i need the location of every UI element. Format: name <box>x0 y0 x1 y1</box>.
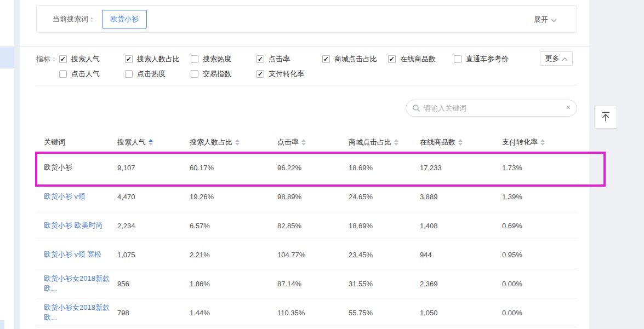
back-to-top-button[interactable] <box>594 106 617 129</box>
checkbox-icon[interactable]: ✓ <box>59 55 67 63</box>
checkbox-icon[interactable]: ✓ <box>257 55 264 63</box>
more-button[interactable]: 更多 <box>540 51 573 66</box>
keyword-search: × <box>406 100 577 117</box>
value-cell: 18.69% <box>341 222 412 230</box>
metric-checkbox-label: 在线商品数 <box>400 54 436 64</box>
keyword-cell[interactable]: 欧货小衫女2018新款欧... <box>36 274 110 293</box>
table-row: 欧货小衫 v领4,47019.26%98.89%24.65%3,8891.39% <box>36 182 577 211</box>
checkbox-icon[interactable] <box>191 70 198 78</box>
sort-icon[interactable] <box>540 139 545 146</box>
value-cell: 87.14% <box>270 280 341 288</box>
value-cell: 24.65% <box>341 193 412 201</box>
metric-checkbox-item[interactable]: ✓搜索人气 <box>59 54 125 64</box>
sort-icon[interactable] <box>458 139 463 146</box>
value-cell: 23.45% <box>341 251 412 259</box>
more-label: 更多 <box>545 54 560 64</box>
metric-checkbox-item[interactable]: ✓支付转化率 <box>257 69 322 79</box>
value-cell: 2,369 <box>412 280 494 288</box>
metric-checkbox-item[interactable]: 搜索热度 <box>191 54 257 64</box>
metric-checkbox-item[interactable]: 直通车参考价 <box>454 54 520 64</box>
table-row: 欧货小衫女2018新款欧...7981.44%110.35%55.75%1,05… <box>36 298 577 327</box>
value-cell: 19.26% <box>182 193 270 201</box>
expand-label: 展开 <box>534 15 548 25</box>
table-header-cell[interactable]: 搜索人数占比 <box>182 137 270 147</box>
table-header-row: 关键词搜索人气搜索人数占比点击率商城点击占比在线商品数支付转化率 <box>36 131 577 153</box>
metric-checkbox-label: 直通车参考价 <box>466 54 509 64</box>
metric-checkbox-item[interactable]: 点击人气 <box>59 69 125 79</box>
sort-desc-triangle <box>301 143 306 146</box>
sort-desc-triangle <box>458 143 463 146</box>
metric-checkbox-label: 支付转化率 <box>269 69 304 79</box>
value-cell: 60.17% <box>182 164 270 172</box>
metric-checkbox-item[interactable]: 点击热度 <box>125 69 191 79</box>
checkbox-icon[interactable]: ✓ <box>388 55 396 63</box>
metric-checkbox-label: 搜索人气 <box>71 54 100 64</box>
metric-checkbox-item[interactable]: ✓点击率 <box>257 54 322 64</box>
value-cell: 1,050 <box>412 309 494 317</box>
value-cell: 0.69% <box>494 222 577 230</box>
metric-checkbox-item[interactable]: ✓搜索人数占比 <box>125 54 191 64</box>
expand-button[interactable]: 展开 <box>534 6 557 33</box>
value-cell: 1,408 <box>412 222 494 230</box>
sort-icon[interactable] <box>394 139 398 146</box>
keywords-table: 关键词搜索人气搜索人数占比点击率商城点击占比在线商品数支付转化率 欧货小衫9,1… <box>36 131 577 327</box>
value-cell: 1.39% <box>494 193 577 201</box>
column-label: 搜索人数占比 <box>190 137 232 147</box>
checkbox-icon[interactable] <box>125 70 133 78</box>
checkbox-icon[interactable]: ✓ <box>322 55 330 63</box>
metrics-divider <box>36 85 577 85</box>
value-cell: 110.35% <box>270 309 341 317</box>
checkbox-icon[interactable]: ✓ <box>257 70 264 78</box>
sort-asc-triangle <box>540 139 545 142</box>
metric-checkbox-label: 搜索热度 <box>203 54 231 64</box>
value-cell: 1.44% <box>182 309 270 317</box>
metric-checkbox-item[interactable]: ✓商城点击占比 <box>322 54 388 64</box>
value-cell: 4,470 <box>110 193 182 201</box>
search-icon <box>412 104 420 114</box>
keyword-cell[interactable]: 欧货小衫女2018新款欧... <box>36 303 110 322</box>
table-header-cell[interactable]: 点击率 <box>270 137 341 147</box>
checkbox-icon[interactable] <box>59 70 67 78</box>
current-search-bar: 当前搜索词： 欧货小衫 展开 <box>36 5 577 33</box>
table-header-cell: 关键词 <box>36 137 110 147</box>
column-label: 商城点击占比 <box>349 137 391 147</box>
table-header-cell[interactable]: 搜索人气 <box>110 137 182 147</box>
value-cell: 798 <box>110 309 182 317</box>
checkbox-icon[interactable] <box>454 55 461 63</box>
metric-checkbox-item[interactable]: ✓在线商品数 <box>388 54 454 64</box>
metric-checkbox-label: 交易指数 <box>203 69 231 79</box>
value-cell: 0.95% <box>494 251 577 259</box>
keyword-cell[interactable]: 欧货小衫 v领 宽松 <box>36 250 110 259</box>
sidebar-bottom-patch <box>0 320 4 329</box>
search-input[interactable] <box>406 100 577 117</box>
search-term-chip[interactable]: 欧货小衫 <box>102 10 147 28</box>
sort-icon[interactable] <box>235 139 240 146</box>
metric-checkbox-label: 商城点击占比 <box>334 54 377 64</box>
current-search-label: 当前搜索词： <box>53 14 95 24</box>
table-header-cell[interactable]: 在线商品数 <box>412 137 494 147</box>
sort-icon[interactable] <box>301 139 306 146</box>
value-cell: 1.73% <box>494 164 577 172</box>
table-header-cell[interactable]: 支付转化率 <box>494 137 577 147</box>
column-label: 搜索人气 <box>117 137 146 147</box>
sort-icon[interactable] <box>149 139 153 146</box>
checkbox-icon[interactable]: ✓ <box>125 55 133 63</box>
section-divider-shadow <box>20 47 589 47</box>
value-cell: 6.57% <box>182 222 270 230</box>
value-cell: 956 <box>110 280 182 288</box>
value-cell: 17,233 <box>412 164 494 172</box>
value-cell: 0.00% <box>494 280 577 288</box>
metric-checkbox-item[interactable]: 交易指数 <box>191 69 257 79</box>
table-header-cell[interactable]: 商城点击占比 <box>341 137 412 147</box>
clear-icon[interactable]: × <box>566 103 571 112</box>
metrics-label: 指标： <box>36 54 58 64</box>
checkbox-icon[interactable] <box>191 55 198 63</box>
metric-checkbox-label: 点击率 <box>269 54 290 64</box>
value-cell: 944 <box>412 251 494 259</box>
keyword-cell[interactable]: 欧货小衫 v领 <box>36 192 110 201</box>
table-row: 欧货小衫 欧美时尚2,2346.57%82.85%18.69%1,4080.69… <box>36 211 577 240</box>
value-cell: 31.55% <box>341 280 412 288</box>
sort-asc-triangle <box>149 139 153 142</box>
chevron-down-icon <box>551 16 557 24</box>
keyword-cell[interactable]: 欧货小衫 欧美时尚 <box>36 221 110 230</box>
